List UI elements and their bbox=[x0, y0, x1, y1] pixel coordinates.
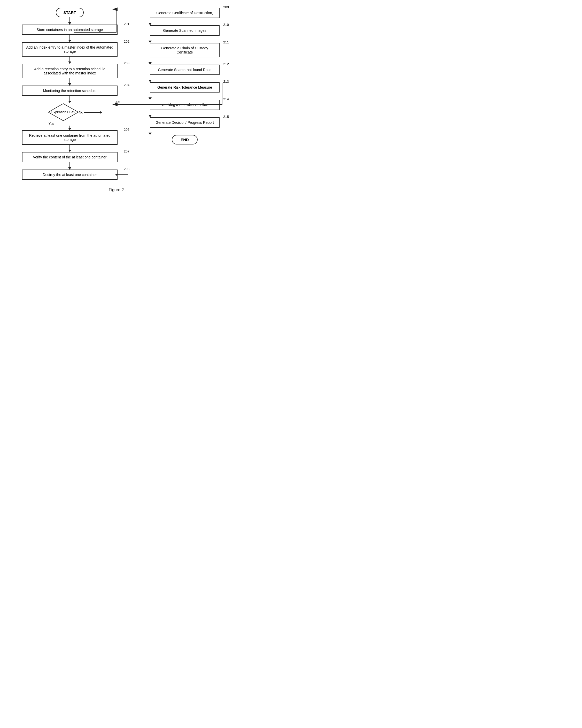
start-node-wrap: START bbox=[56, 8, 84, 17]
node-203: Add a retention entry to a retention sch… bbox=[22, 64, 117, 78]
node-206: Retrieve at least one container from the… bbox=[22, 130, 117, 145]
arrow-215-end bbox=[150, 128, 150, 135]
node-214-text: Tracking a Statistics Timeline bbox=[161, 103, 208, 107]
node-205-text: Expiration Due? bbox=[51, 110, 75, 114]
node-205-diamond-area: Expiration Due? 205 bbox=[48, 103, 79, 121]
node-205-diamond: Expiration Due? bbox=[48, 103, 79, 121]
arrow-209-210 bbox=[150, 18, 150, 25]
node-209-label: 209 bbox=[223, 5, 229, 9]
node-213: Generate Risk Tolerance Measure 213 bbox=[150, 82, 219, 93]
start-terminal: START bbox=[56, 8, 84, 17]
node-213-label: 213 bbox=[223, 80, 229, 83]
node-201-text: Store containers in an automated storage bbox=[37, 28, 103, 32]
node-207-text: Verify the content of the at least one c… bbox=[33, 155, 107, 159]
node-202-wrap: Add an index entry to a master index of … bbox=[22, 42, 117, 57]
yes-label: Yes bbox=[49, 122, 54, 126]
node-209: Generate Certificate of Destruction, 209 bbox=[150, 8, 219, 18]
arrow-in-208 bbox=[117, 175, 128, 175]
node-215: Generate Decision/ Progress Report 215 bbox=[150, 117, 219, 128]
node-208: Destroy the at least one container 208 bbox=[22, 170, 117, 180]
arrow-213-214 bbox=[150, 93, 150, 100]
node-212-text: Generate Search-not-found Ratio bbox=[158, 68, 211, 72]
no-branch: No bbox=[79, 110, 100, 114]
no-arrow-head bbox=[100, 111, 102, 114]
figure-area: START Store containers in an automated s… bbox=[5, 8, 227, 180]
node-212: Generate Search-not-found Ratio 212 bbox=[150, 64, 219, 75]
end-terminal: END bbox=[172, 135, 197, 145]
arrow-204-205 bbox=[70, 96, 70, 103]
node-203-wrap: Add a retention entry to a retention sch… bbox=[22, 64, 117, 78]
node-208-text: Destroy the at least one container bbox=[43, 173, 97, 177]
arrow-211-212 bbox=[150, 57, 150, 64]
node-202-label: 202 bbox=[124, 40, 129, 44]
arrow-start-201 bbox=[70, 17, 70, 25]
node-201-wrap: Store containers in an automated storage… bbox=[22, 25, 117, 35]
end-terminal-wrap: END bbox=[150, 135, 219, 145]
node-214-wrap: Tracking a Statistics Timeline 214 bbox=[150, 100, 219, 110]
node-211: Generate a Chain of Custody Certificate … bbox=[150, 43, 219, 57]
right-column: Generate Certificate of Destruction, 209… bbox=[150, 8, 227, 145]
node-211-wrap: Generate a Chain of Custody Certificate … bbox=[150, 43, 219, 57]
node-210-text: Generate Scanned Images bbox=[163, 28, 206, 32]
node-206-label: 206 bbox=[124, 128, 129, 132]
node-201: Store containers in an automated storage… bbox=[22, 25, 117, 35]
node-204-text: Monitoring the retention schedule bbox=[43, 89, 96, 93]
node-202: Add an index entry to a master index of … bbox=[22, 42, 117, 57]
arrow-201-202 bbox=[70, 35, 70, 42]
arrow-205-206 bbox=[70, 126, 70, 130]
no-horiz-line bbox=[84, 112, 100, 113]
arrow-203-204 bbox=[70, 78, 70, 85]
node-213-text: Generate Risk Tolerance Measure bbox=[157, 85, 212, 89]
node-207-wrap: Verify the content of the at least one c… bbox=[22, 152, 117, 162]
arrow-202-203 bbox=[70, 57, 70, 64]
node-212-wrap: Generate Search-not-found Ratio 212 bbox=[150, 64, 219, 75]
node-215-text: Generate Decision/ Progress Report bbox=[156, 121, 214, 125]
node-214: Tracking a Statistics Timeline 214 bbox=[150, 100, 219, 110]
node-215-wrap: Generate Decision/ Progress Report 215 bbox=[150, 117, 219, 128]
arrow-212-213 bbox=[150, 75, 150, 82]
arrow-206-207 bbox=[70, 145, 70, 152]
node-210-label: 210 bbox=[223, 23, 229, 27]
node-205-label: 205 bbox=[114, 100, 120, 104]
diagram-container: START Store containers in an automated s… bbox=[5, 8, 227, 192]
node-210: Generate Scanned Images 210 bbox=[150, 25, 219, 36]
node-211-label: 211 bbox=[223, 40, 229, 44]
arrow-214-215 bbox=[150, 110, 150, 117]
node-202-text: Add an index entry to a master index of … bbox=[26, 45, 113, 53]
node-206-text: Retrieve at least one container from the… bbox=[29, 133, 110, 141]
node-205-row: Expiration Due? 205 No bbox=[22, 103, 117, 121]
node-213-wrap: Generate Risk Tolerance Measure 213 bbox=[150, 82, 219, 93]
node-209-text: Generate Certificate of Destruction, bbox=[156, 11, 213, 15]
node-214-label: 214 bbox=[223, 97, 229, 101]
figure-caption: Figure 2 bbox=[109, 188, 124, 192]
node-207-label: 207 bbox=[124, 149, 129, 153]
no-label: No bbox=[79, 110, 83, 114]
left-column: START Store containers in an automated s… bbox=[5, 8, 134, 180]
node-204: Monitoring the retention schedule 204 bbox=[22, 85, 117, 96]
node-206-wrap: Retrieve at least one container from the… bbox=[22, 130, 117, 145]
arrow-207-208 bbox=[70, 162, 70, 170]
node-201-label: 201 bbox=[124, 22, 129, 26]
node-209-wrap: Generate Certificate of Destruction, 209 bbox=[150, 8, 219, 18]
node-215-label: 215 bbox=[223, 115, 229, 119]
node-207: Verify the content of the at least one c… bbox=[22, 152, 117, 162]
node-203-label: 203 bbox=[124, 61, 129, 65]
arrow-208-head bbox=[115, 173, 117, 176]
node-210-wrap: Generate Scanned Images 210 bbox=[150, 25, 219, 36]
node-212-label: 212 bbox=[223, 62, 229, 66]
node-208-label: 208 bbox=[124, 167, 129, 171]
node-203-text: Add a retention entry to a retention sch… bbox=[34, 67, 105, 75]
arrow-210-211 bbox=[150, 36, 150, 43]
node-208-wrap: Destroy the at least one container 208 bbox=[22, 170, 117, 180]
node-211-text: Generate a Chain of Custody Certificate bbox=[161, 46, 208, 54]
node-204-label: 204 bbox=[124, 83, 129, 87]
node-204-wrap: Monitoring the retention schedule 204 bbox=[22, 85, 117, 96]
